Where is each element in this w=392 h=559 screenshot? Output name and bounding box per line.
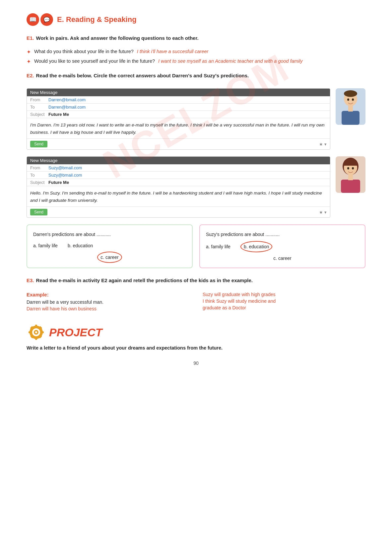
darren-opt-b: b. education [68, 241, 93, 250]
e3-left-line-2: Darren will have his own business [27, 306, 189, 311]
chat-icon: 💬 [40, 13, 53, 26]
project-section: PROJECT Write a letter to a friend of yo… [27, 323, 365, 351]
email1-header: New Message [27, 89, 330, 96]
darren-pred-title: Darren's predictions are about .........… [33, 230, 186, 239]
svg-point-12 [347, 167, 349, 170]
email2-from-value: Suzy@bmail.com [48, 165, 82, 170]
e3-right-line-2: I think Suzy will study medicine and [203, 298, 365, 304]
header-icons: 📖 💬 [27, 13, 53, 26]
email1-box: New Message From Darren@bmail.com To Dar… [27, 88, 330, 150]
e3-right-line-1: Suzy will graduate with high grades [203, 292, 365, 297]
e3-content: Example: Darren will be a very successfu… [27, 292, 365, 313]
email1-to-label: To [30, 105, 48, 110]
project-header: PROJECT [27, 323, 365, 342]
svg-rect-10 [341, 180, 360, 193]
email2-header: New Message [27, 157, 330, 164]
e3-left: Example: Darren will be a very successfu… [27, 292, 189, 313]
email2-container: New Message From Suzy@bmail.com To Suzy@… [27, 156, 365, 218]
project-gear-icon [27, 323, 46, 342]
email2-to-value: Suzy@bmail.com [48, 173, 82, 178]
suzy-photo [336, 156, 365, 193]
email1-footer: Send ★ ▾ [27, 138, 330, 149]
darren-photo [336, 88, 365, 125]
q2-answer: I want to see myself as an Academic teac… [158, 58, 303, 64]
suzy-opt-a: a. family life [206, 242, 230, 251]
e1-section: E1. Work in pairs. Ask and answer the fo… [27, 35, 365, 65]
darren-opt-a: a. family life [33, 241, 58, 250]
q1-answer: I think i'll have a succesfull career [137, 49, 209, 54]
suzy-opt-c: c. career [273, 256, 291, 261]
e2-section: E2. Read the e-mails below. Circle the c… [27, 73, 365, 268]
e2-instruction: Read the e-mails below. Circle the corre… [36, 73, 249, 78]
email1-from-label: From [30, 97, 48, 102]
darren-opt-c: c. career [97, 252, 122, 263]
email2-footer: Send ★ ▾ [27, 206, 330, 217]
svg-point-5 [347, 99, 349, 101]
e2-label: E2. [27, 73, 34, 84]
email2-to-label: To [30, 173, 48, 178]
suzy-pred-title: Suzy's predictions are about ........... [206, 230, 359, 239]
svg-rect-18 [41, 331, 44, 333]
section-header: 📖 💬 E. Reading & Speaking [27, 13, 365, 26]
email2-send-btn[interactable]: Send [30, 209, 47, 215]
email2-subject-label: Subject [30, 180, 48, 185]
email2-body: Hello. I'm Suzy. I'm sending this e-mail… [27, 186, 330, 206]
email1-subject-row: Subject Future Me [27, 111, 330, 118]
prediction-box-suzy: Suzy's predictions are about ...........… [199, 224, 365, 268]
q1-text: What do you think about your life in the… [34, 49, 134, 54]
suzy-options: a. family life b. education [206, 241, 359, 252]
e1-question-1: ✦ What do you think about your life in t… [27, 49, 365, 55]
e3-right: Suzy will graduate with high grades I th… [203, 292, 365, 313]
example-label: Example: [27, 292, 189, 297]
suzy-opt-b: b. education [240, 241, 272, 252]
email1-to-value: Darren@bmail.com [48, 105, 86, 110]
svg-rect-3 [342, 111, 359, 125]
prediction-box-darren: Darren's predictions are about .........… [27, 224, 193, 268]
email2-box: New Message From Suzy@bmail.com To Suzy@… [27, 156, 330, 218]
email1-container: New Message From Darren@bmail.com To Dar… [27, 88, 365, 150]
email1-send-btn[interactable]: Send [30, 141, 47, 147]
project-title: PROJECT [49, 326, 102, 339]
email1-body: I'm Darren. I'm 13 years old now. I want… [27, 118, 330, 138]
e3-label: E3. [27, 278, 34, 288]
book-icon: 📖 [27, 13, 39, 26]
svg-rect-17 [29, 331, 32, 333]
prediction-row: Darren's predictions are about .........… [27, 224, 365, 268]
e3-right-line-3: graduate as a Doctor [203, 305, 365, 310]
email2-to-row: To Suzy@bmail.com [27, 172, 330, 179]
project-instruction: Write a letter to a friend of yours abou… [27, 345, 365, 351]
email2-subject-row: Subject Future Me [27, 179, 330, 186]
arrow-bullet-2: ✦ [27, 58, 31, 65]
e3-section: E3. Read the e-mails in activity E2 agai… [27, 278, 365, 313]
q2-text: Would you like to see yourself and your … [34, 58, 155, 64]
e3-left-line-1: Darren will be a very successful man. [27, 299, 189, 305]
e1-question-2: ✦ Would you like to see yourself and you… [27, 58, 365, 65]
email2-subject-value: Future Me [48, 180, 69, 185]
email2-icons: ★ ▾ [319, 210, 327, 215]
svg-point-13 [352, 167, 354, 170]
e1-label: E1. [27, 35, 34, 45]
email2-from-row: From Suzy@bmail.com [27, 164, 330, 172]
email1-subject-label: Subject [30, 112, 48, 117]
e1-instruction: Work in pairs. Ask and answer the follow… [36, 35, 199, 41]
section-title: E. Reading & Speaking [57, 15, 137, 24]
email1-from-row: From Darren@bmail.com [27, 96, 330, 104]
svg-rect-4 [348, 106, 353, 112]
svg-rect-16 [35, 337, 37, 340]
svg-rect-11 [348, 174, 353, 180]
email1-subject-value: Future Me [48, 112, 69, 117]
svg-point-6 [352, 99, 354, 101]
page-number: 90 [27, 360, 365, 366]
svg-point-2 [344, 90, 357, 97]
darren-options: a. family life b. education [33, 241, 186, 250]
e3-instruction: Read the e-mails in activity E2 again an… [36, 278, 253, 283]
arrow-bullet-1: ✦ [27, 49, 31, 55]
email1-icons: ★ ▾ [319, 142, 327, 147]
svg-point-25 [35, 331, 37, 333]
email2-from-label: From [30, 165, 48, 170]
svg-rect-15 [35, 325, 37, 328]
email1-from-value: Darren@bmail.com [48, 97, 86, 102]
email1-to-row: To Darren@bmail.com [27, 104, 330, 111]
